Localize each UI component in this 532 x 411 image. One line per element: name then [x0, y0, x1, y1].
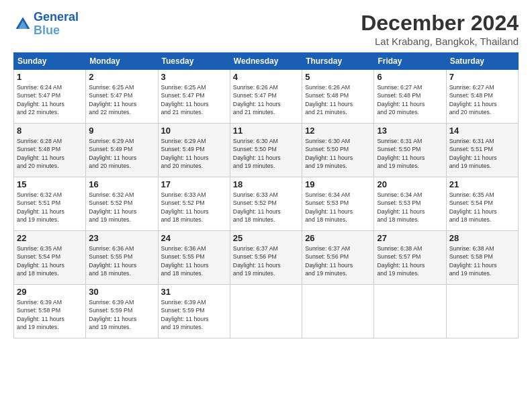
- day-number: 8: [17, 126, 83, 136]
- logo: General Blue: [13, 11, 79, 38]
- day-info: Sunrise: 6:39 AM Sunset: 5:58 PM Dayligh…: [17, 298, 83, 331]
- day-info: Sunrise: 6:34 AM Sunset: 5:53 PM Dayligh…: [377, 191, 443, 224]
- calendar-cell: 29Sunrise: 6:39 AM Sunset: 5:58 PM Dayli…: [14, 285, 86, 338]
- calendar-cell: 22Sunrise: 6:35 AM Sunset: 5:54 PM Dayli…: [14, 231, 86, 285]
- day-info: Sunrise: 6:30 AM Sunset: 5:50 PM Dayligh…: [305, 137, 371, 170]
- day-number: 13: [377, 126, 443, 136]
- day-info: Sunrise: 6:38 AM Sunset: 5:58 PM Dayligh…: [449, 244, 515, 277]
- day-number: 19: [305, 179, 371, 189]
- week-row-3: 15Sunrise: 6:32 AM Sunset: 5:51 PM Dayli…: [14, 177, 519, 231]
- day-number: 31: [161, 287, 227, 297]
- calendar-cell: [374, 285, 446, 338]
- logo-text: General Blue: [34, 11, 79, 38]
- day-info: Sunrise: 6:29 AM Sunset: 5:49 PM Dayligh…: [161, 137, 227, 170]
- calendar-cell: [446, 285, 518, 338]
- day-info: Sunrise: 6:27 AM Sunset: 5:48 PM Dayligh…: [377, 83, 443, 116]
- day-info: Sunrise: 6:34 AM Sunset: 5:53 PM Dayligh…: [305, 191, 371, 224]
- week-row-2: 8Sunrise: 6:28 AM Sunset: 5:48 PM Daylig…: [14, 124, 519, 177]
- calendar-cell: 30Sunrise: 6:39 AM Sunset: 5:59 PM Dayli…: [86, 285, 158, 338]
- day-number: 1: [17, 72, 83, 82]
- day-info: Sunrise: 6:31 AM Sunset: 5:51 PM Dayligh…: [449, 137, 515, 170]
- day-info: Sunrise: 6:25 AM Sunset: 5:47 PM Dayligh…: [161, 83, 227, 116]
- calendar-cell: 2Sunrise: 6:25 AM Sunset: 5:47 PM Daylig…: [86, 70, 158, 124]
- day-number: 16: [89, 179, 154, 189]
- header: General Blue December 2024 Lat Krabang, …: [13, 11, 519, 47]
- day-number: 7: [449, 72, 515, 82]
- day-info: Sunrise: 6:26 AM Sunset: 5:47 PM Dayligh…: [233, 83, 299, 116]
- weekday-friday: Friday: [374, 53, 446, 70]
- day-number: 15: [17, 179, 83, 189]
- day-info: Sunrise: 6:36 AM Sunset: 5:55 PM Dayligh…: [89, 244, 154, 277]
- calendar-cell: 9Sunrise: 6:29 AM Sunset: 5:49 PM Daylig…: [86, 124, 158, 177]
- day-info: Sunrise: 6:27 AM Sunset: 5:48 PM Dayligh…: [449, 83, 515, 116]
- calendar-cell: 21Sunrise: 6:35 AM Sunset: 5:54 PM Dayli…: [446, 177, 518, 231]
- day-number: 26: [305, 233, 371, 243]
- day-number: 21: [449, 179, 515, 189]
- calendar-cell: 28Sunrise: 6:38 AM Sunset: 5:58 PM Dayli…: [446, 231, 518, 285]
- month-title: December 2024: [361, 11, 519, 36]
- day-info: Sunrise: 6:32 AM Sunset: 5:51 PM Dayligh…: [17, 191, 83, 224]
- logo-icon: [13, 15, 32, 34]
- calendar-cell: 24Sunrise: 6:36 AM Sunset: 5:55 PM Dayli…: [158, 231, 230, 285]
- calendar-cell: 10Sunrise: 6:29 AM Sunset: 5:49 PM Dayli…: [158, 124, 230, 177]
- day-info: Sunrise: 6:35 AM Sunset: 5:54 PM Dayligh…: [449, 191, 515, 224]
- calendar-cell: 14Sunrise: 6:31 AM Sunset: 5:51 PM Dayli…: [446, 124, 518, 177]
- calendar-cell: 8Sunrise: 6:28 AM Sunset: 5:48 PM Daylig…: [14, 124, 86, 177]
- weekday-wednesday: Wednesday: [230, 53, 302, 70]
- day-number: 18: [233, 179, 299, 189]
- week-row-5: 29Sunrise: 6:39 AM Sunset: 5:58 PM Dayli…: [14, 285, 519, 338]
- day-number: 20: [377, 179, 443, 189]
- calendar-cell: 5Sunrise: 6:26 AM Sunset: 5:48 PM Daylig…: [302, 70, 374, 124]
- day-info: Sunrise: 6:39 AM Sunset: 5:59 PM Dayligh…: [89, 298, 154, 331]
- day-number: 12: [305, 126, 371, 136]
- calendar-table: Sunday Monday Tuesday Wednesday Thursday…: [13, 52, 519, 338]
- calendar-cell: 18Sunrise: 6:33 AM Sunset: 5:52 PM Dayli…: [230, 177, 302, 231]
- calendar-cell: 1Sunrise: 6:24 AM Sunset: 5:47 PM Daylig…: [14, 70, 86, 124]
- calendar-cell: 12Sunrise: 6:30 AM Sunset: 5:50 PM Dayli…: [302, 124, 374, 177]
- day-info: Sunrise: 6:38 AM Sunset: 5:57 PM Dayligh…: [377, 244, 443, 277]
- calendar-cell: 11Sunrise: 6:30 AM Sunset: 5:50 PM Dayli…: [230, 124, 302, 177]
- week-row-4: 22Sunrise: 6:35 AM Sunset: 5:54 PM Dayli…: [14, 231, 519, 285]
- day-info: Sunrise: 6:26 AM Sunset: 5:48 PM Dayligh…: [305, 83, 371, 116]
- day-number: 10: [161, 126, 227, 136]
- weekday-monday: Monday: [86, 53, 158, 70]
- page: General Blue December 2024 Lat Krabang, …: [0, 0, 532, 411]
- day-number: 23: [89, 233, 154, 243]
- day-info: Sunrise: 6:32 AM Sunset: 5:52 PM Dayligh…: [89, 191, 154, 224]
- calendar-cell: 4Sunrise: 6:26 AM Sunset: 5:47 PM Daylig…: [230, 70, 302, 124]
- day-number: 2: [89, 72, 154, 82]
- calendar-cell: 31Sunrise: 6:39 AM Sunset: 5:59 PM Dayli…: [158, 285, 230, 338]
- day-info: Sunrise: 6:28 AM Sunset: 5:48 PM Dayligh…: [17, 137, 83, 170]
- week-row-1: 1Sunrise: 6:24 AM Sunset: 5:47 PM Daylig…: [14, 70, 519, 124]
- calendar-cell: 17Sunrise: 6:33 AM Sunset: 5:52 PM Dayli…: [158, 177, 230, 231]
- calendar-cell: 16Sunrise: 6:32 AM Sunset: 5:52 PM Dayli…: [86, 177, 158, 231]
- day-info: Sunrise: 6:36 AM Sunset: 5:55 PM Dayligh…: [161, 244, 227, 277]
- day-info: Sunrise: 6:37 AM Sunset: 5:56 PM Dayligh…: [233, 244, 299, 277]
- weekday-saturday: Saturday: [446, 53, 518, 70]
- day-number: 30: [89, 287, 154, 297]
- day-number: 29: [17, 287, 83, 297]
- weekday-tuesday: Tuesday: [158, 53, 230, 70]
- day-info: Sunrise: 6:33 AM Sunset: 5:52 PM Dayligh…: [233, 191, 299, 224]
- day-info: Sunrise: 6:29 AM Sunset: 5:49 PM Dayligh…: [89, 137, 154, 170]
- calendar-cell: 7Sunrise: 6:27 AM Sunset: 5:48 PM Daylig…: [446, 70, 518, 124]
- title-block: December 2024 Lat Krabang, Bangkok, Thai…: [361, 11, 519, 47]
- calendar-cell: 3Sunrise: 6:25 AM Sunset: 5:47 PM Daylig…: [158, 70, 230, 124]
- calendar-cell: 13Sunrise: 6:31 AM Sunset: 5:50 PM Dayli…: [374, 124, 446, 177]
- calendar-cell: 19Sunrise: 6:34 AM Sunset: 5:53 PM Dayli…: [302, 177, 374, 231]
- day-info: Sunrise: 6:25 AM Sunset: 5:47 PM Dayligh…: [89, 83, 154, 116]
- day-info: Sunrise: 6:39 AM Sunset: 5:59 PM Dayligh…: [161, 298, 227, 331]
- day-info: Sunrise: 6:35 AM Sunset: 5:54 PM Dayligh…: [17, 244, 83, 277]
- calendar-cell: 6Sunrise: 6:27 AM Sunset: 5:48 PM Daylig…: [374, 70, 446, 124]
- calendar-cell: 27Sunrise: 6:38 AM Sunset: 5:57 PM Dayli…: [374, 231, 446, 285]
- weekday-sunday: Sunday: [14, 53, 86, 70]
- day-number: 11: [233, 126, 299, 136]
- calendar-cell: 20Sunrise: 6:34 AM Sunset: 5:53 PM Dayli…: [374, 177, 446, 231]
- day-number: 27: [377, 233, 443, 243]
- weekday-thursday: Thursday: [302, 53, 374, 70]
- day-number: 5: [305, 72, 371, 82]
- weekday-header-row: Sunday Monday Tuesday Wednesday Thursday…: [14, 53, 519, 70]
- day-number: 28: [449, 233, 515, 243]
- day-number: 14: [449, 126, 515, 136]
- day-number: 17: [161, 179, 227, 189]
